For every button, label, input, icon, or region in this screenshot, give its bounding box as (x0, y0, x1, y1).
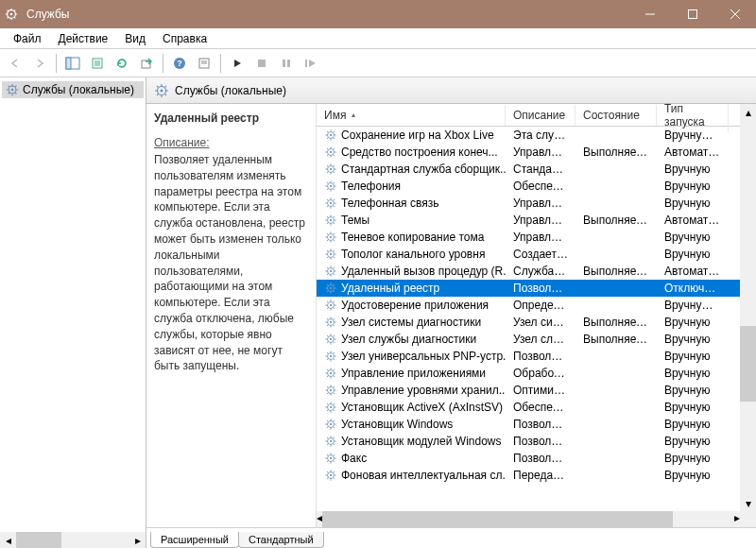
svg-point-1 (10, 13, 13, 16)
col-state[interactable]: Состояние (576, 105, 657, 126)
service-row[interactable]: ТемыУправляе...ВыполняетсяАвтоматиче (317, 212, 756, 229)
service-row[interactable]: Управление уровнями хранил...Оптимизи...… (317, 382, 756, 399)
cell-start: Вручную (ак (657, 128, 729, 143)
svg-point-35 (330, 202, 332, 204)
properties-button[interactable] (86, 52, 109, 75)
cell-desc: Обеспечи... (506, 179, 576, 194)
service-row[interactable]: Удостоверение приложенияОпределя...Вручн… (317, 297, 756, 314)
gear-icon (324, 384, 337, 397)
cell-start: Вручную (657, 349, 729, 364)
service-row[interactable]: Телефонная связьУправляе...Вручную (317, 195, 756, 212)
properties2-button[interactable] (193, 52, 215, 75)
minimize-button[interactable] (628, 0, 671, 28)
restart-service-button[interactable] (300, 52, 322, 75)
cell-name: Телефонная связь (317, 196, 506, 211)
service-row[interactable]: Теневое копирование томаУправляе...Вручн… (317, 229, 756, 246)
service-row[interactable]: ТелефонияОбеспечи...Вручную (317, 178, 756, 195)
menu-file[interactable]: Файл (6, 30, 49, 47)
cell-start: Вручную (657, 400, 729, 415)
scroll-down-icon[interactable]: ▾ (740, 495, 756, 511)
service-row[interactable]: Удаленный реестрПозволяет...Отключена (317, 280, 756, 297)
menu-help[interactable]: Справка (155, 30, 215, 47)
scroll-right-icon[interactable]: ▸ (129, 532, 146, 548)
service-row[interactable]: Фоновая интеллектуальная сл...Передает..… (317, 467, 756, 484)
scroll-left-icon[interactable]: ◂ (0, 532, 16, 548)
window-title: Службы (23, 8, 628, 21)
service-row[interactable]: Установщик WindowsПозволяет...Вручную (317, 416, 756, 433)
cell-state (576, 372, 657, 374)
close-button[interactable] (713, 0, 756, 28)
selected-service-name: Удаленный реестр (154, 111, 306, 125)
cell-desc: Передает... (506, 468, 576, 483)
cell-name: Факс (317, 451, 506, 466)
service-row[interactable]: ФаксПозволяет...Вручную (317, 450, 756, 467)
gear-icon (324, 248, 337, 261)
scroll-up-icon[interactable]: ▴ (740, 104, 756, 120)
tree-h-scrollbar[interactable]: ◂ ▸ (0, 532, 146, 548)
tab-standard[interactable]: Стандартный (238, 532, 324, 548)
gear-icon (324, 146, 337, 159)
menubar: Файл Действие Вид Справка (0, 28, 756, 49)
v-scrollbar[interactable]: ▴ ▾ (740, 104, 756, 511)
cell-desc: Эта служб... (506, 128, 576, 143)
grid-body[interactable]: Сохранение игр на Xbox LiveЭта служб...В… (317, 127, 756, 527)
svg-point-45 (330, 287, 332, 289)
service-row[interactable]: Удаленный вызов процедур (R...Служба R..… (317, 263, 756, 280)
service-row[interactable]: Узел системы диагностикиУзел систе...Вып… (317, 314, 756, 331)
help-button[interactable]: ? (168, 52, 191, 75)
service-row[interactable]: Стандартная служба сборщик...Стандартн..… (317, 161, 756, 178)
menu-action[interactable]: Действие (51, 30, 116, 47)
cell-start: Вручную (657, 196, 729, 211)
content: Удаленный реестр Описание: Позволяет уда… (146, 104, 756, 527)
service-row[interactable]: Средство построения конеч...Управляе...В… (317, 144, 756, 161)
titlebar: Службы (0, 0, 756, 28)
h-scrollbar[interactable]: ◂ ▸ (317, 511, 740, 527)
service-row[interactable]: Узел универсальных PNP-устр...Позволяет.… (317, 348, 756, 365)
cell-name: Сохранение игр на Xbox Live (317, 128, 506, 143)
cell-start: Вручную (657, 434, 729, 449)
tree-pane: Службы (локальные) ◂ ▸ (0, 77, 146, 548)
show-hide-tree-button[interactable] (61, 52, 84, 75)
service-row[interactable]: Управление приложениямиОбработк...Вручну… (317, 365, 756, 382)
main-pane: Службы (локальные) Удаленный реестр Опис… (146, 77, 756, 548)
menu-view[interactable]: Вид (117, 30, 153, 47)
cell-start: Вручную (657, 315, 729, 330)
pause-service-button[interactable] (275, 52, 298, 75)
service-row[interactable]: Узел службы диагностикиУзел служ...Выпол… (317, 331, 756, 348)
svg-point-51 (330, 338, 332, 340)
refresh-button[interactable] (111, 52, 133, 75)
gear-icon (324, 452, 337, 465)
export-button[interactable] (135, 52, 158, 75)
cell-state (576, 185, 657, 187)
cell-state (576, 202, 657, 204)
col-name[interactable]: Имя▴ (317, 105, 506, 126)
app-icon (0, 8, 23, 21)
cell-state: Выполняется (576, 264, 657, 279)
svg-point-43 (330, 270, 332, 272)
cell-name: Темы (317, 213, 506, 228)
cell-desc: Служба R... (506, 264, 576, 279)
svg-rect-20 (287, 60, 290, 67)
cell-start: Вручную (657, 332, 729, 347)
tab-extended[interactable]: Расширенный (150, 532, 239, 548)
maximize-button[interactable] (671, 0, 713, 28)
tree-root-item[interactable]: Службы (локальные) (2, 81, 144, 98)
service-row[interactable]: Сохранение игр на Xbox LiveЭта служб...В… (317, 127, 756, 144)
gear-icon (324, 163, 337, 176)
sort-asc-icon: ▴ (352, 111, 355, 119)
service-row[interactable]: Установщик модулей WindowsПозволяет...Вр… (317, 433, 756, 450)
cell-state (576, 474, 657, 476)
cell-desc: Управляе... (506, 196, 576, 211)
forward-button[interactable] (28, 52, 51, 75)
cell-state (576, 236, 657, 238)
start-service-button[interactable] (226, 52, 249, 75)
service-row[interactable]: Установщик ActiveX (AxInstSV)Обеспечи...… (317, 399, 756, 416)
cell-desc: Узел служ... (506, 332, 576, 347)
back-button[interactable] (4, 52, 26, 75)
svg-rect-18 (258, 60, 266, 67)
col-description[interactable]: Описание (506, 105, 576, 126)
stop-service-button[interactable] (250, 52, 273, 75)
service-row[interactable]: Тополог канального уровняСоздает ка...Вр… (317, 246, 756, 263)
gear-icon (324, 333, 337, 346)
cell-name: Тополог канального уровня (317, 247, 506, 262)
